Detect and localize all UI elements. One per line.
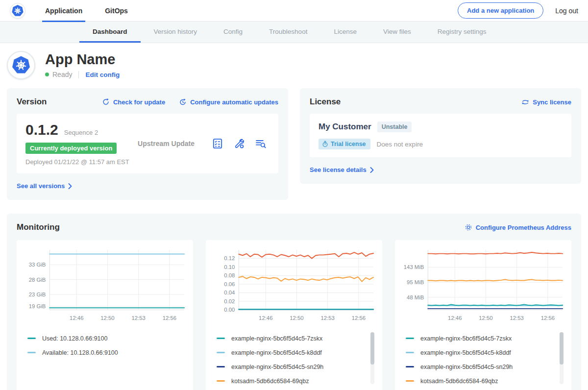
svg-text:12:56: 12:56 bbox=[163, 315, 176, 321]
legend-swatch bbox=[27, 338, 36, 339]
legend-item: Available: 10.128.0.66:9100 bbox=[27, 345, 178, 360]
refresh-icon bbox=[102, 98, 110, 106]
customer-name: My Customer bbox=[318, 122, 371, 132]
trial-license-badge: Trial license bbox=[318, 139, 370, 149]
license-panel: My Customer Unstable Trial license Does … bbox=[310, 114, 571, 157]
version-card-title: Version bbox=[17, 97, 47, 107]
cpu-usage-panel: 12:4612:5012:5312:560.000.020.040.060.08… bbox=[206, 240, 382, 390]
deploy-logs-icon[interactable] bbox=[255, 138, 267, 149]
channel-badge: Unstable bbox=[377, 122, 412, 132]
legend-item: example-nginx-5bc6f5d4c5-k8ddf bbox=[406, 345, 557, 360]
license-card-title: License bbox=[310, 97, 341, 107]
legend-label: example-nginx-5bc6f5d4c5-sn29h bbox=[231, 364, 323, 370]
cpu-usage-chart: 12:4612:5012:5312:560.000.020.040.060.08… bbox=[211, 246, 377, 325]
legend-label: example-nginx-5bc6f5d4c5-7zskx bbox=[231, 335, 322, 342]
schedule-update-icon bbox=[179, 98, 187, 106]
svg-text:19 GiB: 19 GiB bbox=[29, 303, 46, 309]
license-card: License Sync license My Customer Unstabl… bbox=[300, 88, 581, 184]
svg-text:12:53: 12:53 bbox=[131, 315, 145, 321]
monitoring-title: Monitoring bbox=[17, 222, 60, 232]
svg-text:0.02: 0.02 bbox=[224, 298, 235, 304]
sequence-label: Sequence 2 bbox=[64, 129, 98, 136]
license-expiry: Does not expire bbox=[377, 141, 423, 148]
subtab-version-history[interactable]: Version history bbox=[141, 22, 211, 43]
svg-text:12:53: 12:53 bbox=[320, 315, 334, 321]
stopwatch-icon bbox=[322, 141, 328, 147]
version-source-label: Upstream Update bbox=[138, 140, 212, 147]
tab-application[interactable]: Application bbox=[42, 0, 85, 22]
configure-auto-updates-link[interactable]: Configure automatic updates bbox=[179, 98, 278, 106]
svg-text:0.12: 0.12 bbox=[224, 255, 235, 261]
legend-label: Available: 10.128.0.66:9100 bbox=[42, 349, 118, 356]
legend-swatch bbox=[27, 352, 36, 353]
legend-swatch bbox=[406, 380, 414, 382]
add-application-button[interactable]: Add a new application bbox=[458, 2, 543, 19]
memory-usage-panel: 12:4612:5012:5312:5648 MiB95 MiB143 MiB … bbox=[395, 240, 571, 390]
svg-text:33 GiB: 33 GiB bbox=[29, 262, 46, 268]
svg-text:12:50: 12:50 bbox=[479, 315, 492, 321]
cpu-usage-legend: example-nginx-5bc6f5d4c5-7zskxexample-ng… bbox=[217, 331, 375, 389]
svg-text:12:46: 12:46 bbox=[448, 315, 462, 321]
svg-text:0.10: 0.10 bbox=[224, 264, 235, 270]
page-title: App Name bbox=[45, 52, 120, 68]
legend-label: example-nginx-5bc6f5d4c5-sn29h bbox=[420, 364, 513, 370]
svg-text:12:56: 12:56 bbox=[541, 315, 555, 321]
legend-item: example-nginx-5bc6f5d4c5-7zskx bbox=[406, 331, 557, 345]
legend-label: kotsadm-5db6dc6584-69qbz bbox=[420, 378, 498, 385]
see-all-versions-link[interactable]: See all versions bbox=[17, 182, 72, 190]
legend-item: example-nginx-5bc6f5d4c5-sn29h bbox=[217, 360, 368, 374]
legend-swatch bbox=[217, 366, 225, 367]
status-text: Ready bbox=[52, 71, 72, 78]
preflight-checks-icon[interactable] bbox=[212, 138, 223, 149]
legend-label: Used: 10.128.0.66:9100 bbox=[42, 335, 107, 342]
svg-text:12:50: 12:50 bbox=[100, 315, 114, 321]
subtab-license[interactable]: License bbox=[320, 22, 370, 43]
svg-text:0.08: 0.08 bbox=[224, 272, 235, 278]
subtab-troubleshoot[interactable]: Troubleshoot bbox=[256, 22, 320, 43]
deployed-badge: Currently deployed version bbox=[25, 143, 117, 154]
legend-swatch bbox=[406, 352, 414, 353]
svg-text:0.06: 0.06 bbox=[224, 281, 235, 287]
status-dot bbox=[45, 73, 49, 76]
legend-item: kotsadm-5db6dc6584-69qbz bbox=[217, 374, 368, 388]
configure-prometheus-link[interactable]: Configure Prometheus Address bbox=[465, 223, 571, 231]
gear-icon bbox=[465, 223, 472, 231]
chevron-right-icon bbox=[68, 183, 72, 189]
edit-config-link[interactable]: Edit config bbox=[85, 71, 120, 78]
legend-label: example-nginx-5bc6f5d4c5-7zskx bbox=[420, 335, 512, 342]
legend-swatch bbox=[217, 352, 225, 353]
logout-button[interactable]: Log out bbox=[555, 7, 578, 15]
sync-license-link[interactable]: Sync license bbox=[521, 98, 571, 106]
version-number: 0.1.2 bbox=[25, 122, 58, 138]
legend-label: example-nginx-5bc6f5d4c5-k8ddf bbox=[420, 349, 511, 356]
monitoring-card: Monitoring Configure Prometheus Address … bbox=[7, 214, 581, 390]
svg-text:12:46: 12:46 bbox=[70, 315, 83, 321]
memory-usage-legend: example-nginx-5bc6f5d4c5-7zskxexample-ng… bbox=[406, 331, 564, 389]
subtab-registry-settings[interactable]: Registry settings bbox=[424, 22, 500, 43]
legend-scrollbar[interactable] bbox=[560, 332, 564, 384]
see-license-details-link[interactable]: See license details bbox=[310, 166, 374, 173]
legend-item: example-nginx-5bc6f5d4c5-k8ddf bbox=[217, 345, 368, 360]
subtab-config[interactable]: Config bbox=[210, 22, 256, 43]
subtab-view-files[interactable]: View files bbox=[370, 22, 424, 43]
disk-usage-chart: 12:4612:5012:5312:5619 GiB23 GiB28 GiB33… bbox=[22, 246, 188, 325]
kubernetes-logo-icon[interactable] bbox=[10, 3, 25, 19]
legend-item: kotsadm-5db6dc6584-69qbz bbox=[406, 374, 557, 388]
legend-scrollbar[interactable] bbox=[370, 332, 374, 384]
svg-text:12:46: 12:46 bbox=[259, 315, 272, 321]
legend-swatch bbox=[217, 338, 225, 339]
edit-config-wrench-icon[interactable] bbox=[233, 138, 245, 149]
disk-usage-panel: 12:4612:5012:5312:5619 GiB23 GiB28 GiB33… bbox=[17, 240, 193, 390]
tab-gitops[interactable]: GitOps bbox=[102, 0, 131, 22]
top-nav: Application GitOps Add a new application… bbox=[0, 0, 588, 22]
subtab-dashboard[interactable]: Dashboard bbox=[79, 22, 141, 43]
svg-text:12:56: 12:56 bbox=[352, 315, 366, 321]
disk-usage-legend: Used: 10.128.0.66:9100Available: 10.128.… bbox=[27, 331, 186, 389]
svg-text:143 MiB: 143 MiB bbox=[404, 264, 424, 270]
legend-swatch bbox=[217, 380, 225, 382]
check-for-update-link[interactable]: Check for update bbox=[102, 98, 165, 106]
svg-text:0.04: 0.04 bbox=[224, 290, 235, 295]
legend-item: Used: 10.128.0.66:9100 bbox=[27, 331, 178, 345]
legend-label: kotsadm-5db6dc6584-69qbz bbox=[231, 378, 309, 385]
svg-text:12:50: 12:50 bbox=[290, 315, 303, 321]
